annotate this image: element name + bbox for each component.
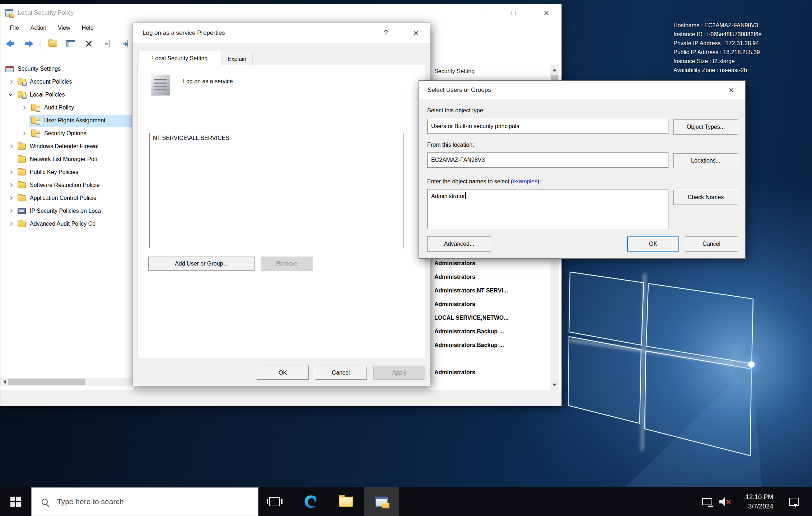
tree-item-network-list-manager[interactable]: Network List Manager Poli [0, 153, 135, 166]
tab-explain[interactable]: Explain [221, 53, 253, 65]
close-button[interactable] [403, 23, 428, 43]
folder-icon [48, 41, 57, 47]
properties-button[interactable] [99, 37, 114, 51]
chevron-right-icon[interactable] [9, 80, 13, 84]
list-row[interactable]: Administrators,NT SERVI... [434, 287, 553, 300]
tree-item-application-control-policies[interactable]: Application Control Policie [0, 192, 135, 205]
maximize-button[interactable] [502, 4, 526, 21]
clock-date: 3/7/2024 [732, 502, 773, 511]
from-location-field[interactable]: EC2AMAZ-FAN98V3 [427, 153, 668, 168]
tree-item-security-settings[interactable]: Security Settings [0, 63, 135, 76]
chevron-right-icon[interactable] [9, 183, 13, 187]
tree-item-user-rights-assignment[interactable]: User Rights Assignment [0, 114, 135, 127]
object-type-field[interactable]: Users or Built-in security principals [427, 119, 668, 134]
scroll-up-button[interactable] [550, 65, 559, 74]
remove-button: Remove [261, 257, 313, 271]
show-console-tree-button[interactable] [63, 37, 78, 51]
folder-icon [18, 221, 26, 227]
list-row[interactable]: Administrators,Backup ... [434, 342, 553, 354]
list-row[interactable]: LOCAL SERVICE,NETWO... [434, 315, 553, 327]
list-row[interactable]: Administrators [434, 369, 553, 381]
ok-button[interactable]: OK [627, 236, 679, 252]
examples-link[interactable]: examples [513, 178, 537, 184]
tree-label: Advanced Audit Policy Co [30, 221, 95, 227]
object-types-button[interactable]: Object Types... [673, 119, 738, 135]
help-button[interactable] [375, 23, 397, 43]
tree-label: Software Restriction Policie [30, 182, 100, 188]
menu-file[interactable]: File [4, 25, 25, 31]
volume-tray-button[interactable] [717, 487, 734, 516]
chevron-right-icon[interactable] [9, 222, 13, 226]
chevron-right-icon[interactable] [9, 170, 13, 174]
tree-item-windows-defender-firewall[interactable]: Windows Defender Firewal [0, 140, 135, 153]
main-titlebar: Local Security Policy [0, 4, 561, 21]
check-names-button[interactable]: Check Names [673, 190, 738, 205]
advanced-button[interactable]: Advanced... [427, 236, 491, 252]
chevron-down-icon[interactable] [9, 92, 13, 96]
toolbar-separator [41, 38, 41, 49]
file-explorer-button[interactable] [329, 487, 363, 516]
forward-button[interactable] [21, 37, 36, 51]
tree-item-ip-security-policies[interactable]: IP Security Policies on Loca [0, 205, 135, 218]
mmc-icon [375, 497, 388, 507]
policy-name: Log on as a service [183, 78, 233, 85]
add-user-or-group-button[interactable]: Add User or Group... [148, 257, 255, 271]
taskbar-clock[interactable]: 12:10 PM 3/7/2024 [732, 487, 775, 516]
search-placeholder: Type here to search [57, 497, 124, 506]
cancel-button[interactable]: Cancel [685, 236, 738, 252]
chevron-right-icon[interactable] [9, 209, 13, 213]
member-item[interactable]: NT SERVICE\ALL SERVICES [153, 135, 400, 141]
cancel-button[interactable]: Cancel [315, 366, 367, 380]
properties-titlebar: Log on as a service Properties [132, 23, 430, 43]
down-arrow-icon [552, 384, 557, 389]
tree-item-account-policies[interactable]: Account Policies [0, 76, 135, 89]
up-level-button[interactable] [45, 37, 60, 51]
info-instance-size: Instance Size : t2.xlarge [673, 57, 762, 66]
tree-item-local-policies[interactable]: Local Policies [0, 89, 135, 102]
action-center-button[interactable] [785, 487, 803, 516]
back-button[interactable] [3, 37, 18, 51]
object-names-label-suffix: ): [537, 178, 541, 184]
menu-view[interactable]: View [52, 25, 76, 31]
scroll-down-button[interactable] [550, 381, 559, 390]
column-separator [430, 67, 430, 77]
close-button[interactable] [719, 81, 744, 99]
delete-button[interactable] [81, 37, 96, 51]
scroll-left-button[interactable] [0, 378, 8, 386]
tree-item-advanced-audit-policy[interactable]: Advanced Audit Policy Co [0, 218, 135, 231]
scrollbar-thumb[interactable] [8, 379, 85, 385]
menu-action[interactable]: Action [25, 25, 52, 31]
locations-button[interactable]: Locations... [673, 153, 738, 168]
ok-button[interactable]: OK [257, 366, 309, 380]
tree-item-software-restriction-policies[interactable]: Software Restriction Policie [0, 179, 135, 192]
tree-item-security-options[interactable]: Security Options [0, 127, 135, 140]
mmc-taskbar-button[interactable] [364, 487, 399, 516]
tree-label: Account Policies [30, 79, 72, 85]
tree-item-audit-policy[interactable]: Audit Policy [0, 102, 135, 114]
edge-button[interactable] [294, 487, 328, 516]
network-tray-button[interactable] [699, 487, 716, 516]
close-button[interactable] [535, 4, 558, 21]
chevron-right-icon[interactable] [9, 196, 13, 200]
policy-folder-icon [31, 105, 39, 111]
members-listbox[interactable]: NT SERVICE\ALL SERVICES [149, 133, 403, 248]
chevron-right-icon[interactable] [9, 144, 13, 148]
object-names-textarea[interactable]: Administrator [427, 189, 668, 229]
export-list-button[interactable] [117, 37, 132, 51]
chevron-right-icon[interactable] [22, 105, 25, 109]
list-row[interactable]: Administrators [434, 274, 553, 286]
tree-horizontal-scrollbar[interactable] [0, 378, 135, 386]
menu-help[interactable]: Help [76, 25, 99, 31]
select-users-or-groups-dialog: Select Users or Groups Select this objec… [419, 80, 746, 259]
list-row[interactable]: Administrators [434, 260, 553, 272]
list-row[interactable]: Administrators [434, 301, 553, 313]
taskbar-search[interactable]: Type here to search [31, 487, 258, 516]
list-row[interactable]: Administrators,Backup ... [434, 328, 553, 341]
minimize-button[interactable] [469, 4, 493, 21]
column-header-security-setting: Security Setting [434, 68, 475, 75]
start-button[interactable] [0, 487, 31, 516]
tab-local-security-setting[interactable]: Local Security Setting [139, 51, 221, 65]
tree-item-public-key-policies[interactable]: Public Key Policies [0, 166, 135, 179]
chevron-right-icon[interactable] [22, 131, 25, 135]
task-view-button[interactable] [257, 487, 292, 516]
